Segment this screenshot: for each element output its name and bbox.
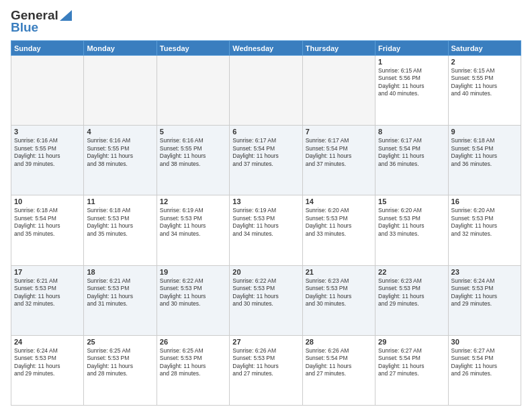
day-number: 9	[451, 128, 518, 136]
day-number: 6	[232, 128, 299, 136]
day-info: Sunrise: 6:20 AM Sunset: 5:53 PM Dayligh…	[306, 207, 372, 238]
day-info: Sunrise: 6:25 AM Sunset: 5:53 PM Dayligh…	[87, 347, 153, 378]
calendar-week-row: 10Sunrise: 6:18 AM Sunset: 5:54 PM Dayli…	[11, 195, 521, 265]
day-number: 13	[232, 197, 299, 205]
calendar-cell: 2Sunrise: 6:15 AM Sunset: 5:55 PM Daylig…	[448, 56, 521, 126]
calendar-cell: 1Sunrise: 6:15 AM Sunset: 5:56 PM Daylig…	[375, 56, 448, 126]
calendar-cell: 29Sunrise: 6:27 AM Sunset: 5:54 PM Dayli…	[375, 335, 448, 405]
day-number: 10	[14, 197, 81, 205]
day-info: Sunrise: 6:17 AM Sunset: 5:54 PM Dayligh…	[378, 137, 445, 168]
day-info: Sunrise: 6:25 AM Sunset: 5:53 PM Dayligh…	[160, 347, 226, 378]
calendar-cell	[11, 56, 84, 126]
logo: General Blue	[11, 8, 72, 35]
calendar-cell: 25Sunrise: 6:25 AM Sunset: 5:53 PM Dayli…	[84, 335, 157, 405]
day-info: Sunrise: 6:17 AM Sunset: 5:54 PM Dayligh…	[306, 137, 372, 168]
day-info: Sunrise: 6:27 AM Sunset: 5:54 PM Dayligh…	[451, 347, 518, 378]
day-number: 11	[87, 197, 153, 205]
calendar-cell: 30Sunrise: 6:27 AM Sunset: 5:54 PM Dayli…	[448, 335, 521, 405]
day-number: 19	[160, 268, 226, 276]
weekday-monday: Monday	[84, 41, 157, 56]
day-number: 1	[378, 58, 445, 66]
calendar-week-row: 24Sunrise: 6:24 AM Sunset: 5:53 PM Dayli…	[11, 335, 521, 405]
calendar-cell: 24Sunrise: 6:24 AM Sunset: 5:53 PM Dayli…	[11, 335, 84, 405]
svg-marker-0	[60, 10, 72, 21]
calendar-cell	[84, 56, 157, 126]
calendar-cell: 8Sunrise: 6:17 AM Sunset: 5:54 PM Daylig…	[375, 126, 448, 195]
calendar-cell: 28Sunrise: 6:26 AM Sunset: 5:54 PM Dayli…	[302, 335, 375, 405]
day-number: 25	[87, 338, 153, 346]
calendar-cell: 14Sunrise: 6:20 AM Sunset: 5:53 PM Dayli…	[302, 195, 375, 265]
day-number: 4	[87, 128, 153, 136]
calendar-cell: 23Sunrise: 6:24 AM Sunset: 5:53 PM Dayli…	[448, 265, 521, 335]
day-number: 7	[306, 128, 372, 136]
calendar-cell: 18Sunrise: 6:21 AM Sunset: 5:53 PM Dayli…	[84, 265, 157, 335]
day-info: Sunrise: 6:18 AM Sunset: 5:54 PM Dayligh…	[451, 137, 518, 168]
calendar-cell: 17Sunrise: 6:21 AM Sunset: 5:53 PM Dayli…	[11, 265, 84, 335]
day-info: Sunrise: 6:16 AM Sunset: 5:55 PM Dayligh…	[160, 137, 226, 168]
calendar-cell: 16Sunrise: 6:20 AM Sunset: 5:53 PM Dayli…	[448, 195, 521, 265]
calendar-cell: 9Sunrise: 6:18 AM Sunset: 5:54 PM Daylig…	[448, 126, 521, 195]
calendar-cell: 7Sunrise: 6:17 AM Sunset: 5:54 PM Daylig…	[302, 126, 375, 195]
day-info: Sunrise: 6:21 AM Sunset: 5:53 PM Dayligh…	[87, 277, 153, 308]
day-number: 22	[378, 268, 445, 276]
calendar-cell: 5Sunrise: 6:16 AM Sunset: 5:55 PM Daylig…	[157, 126, 229, 195]
calendar-cell: 26Sunrise: 6:25 AM Sunset: 5:53 PM Dayli…	[157, 335, 229, 405]
logo-triangle-icon	[60, 7, 72, 21]
day-number: 15	[378, 197, 445, 205]
day-number: 2	[451, 58, 518, 66]
day-number: 5	[160, 128, 226, 136]
day-info: Sunrise: 6:22 AM Sunset: 5:53 PM Dayligh…	[160, 277, 226, 308]
day-info: Sunrise: 6:24 AM Sunset: 5:53 PM Dayligh…	[14, 347, 81, 378]
calendar-table: SundayMondayTuesdayWednesdayThursdayFrid…	[11, 40, 521, 406]
day-number: 24	[14, 338, 81, 346]
day-info: Sunrise: 6:17 AM Sunset: 5:54 PM Dayligh…	[232, 137, 299, 168]
calendar-week-row: 3Sunrise: 6:16 AM Sunset: 5:55 PM Daylig…	[11, 126, 521, 195]
day-info: Sunrise: 6:23 AM Sunset: 5:53 PM Dayligh…	[378, 277, 445, 308]
weekday-wednesday: Wednesday	[230, 41, 302, 56]
calendar-cell: 19Sunrise: 6:22 AM Sunset: 5:53 PM Dayli…	[157, 265, 229, 335]
day-info: Sunrise: 6:19 AM Sunset: 5:53 PM Dayligh…	[232, 207, 299, 238]
day-number: 21	[306, 268, 372, 276]
weekday-sunday: Sunday	[11, 41, 84, 56]
calendar-cell: 20Sunrise: 6:22 AM Sunset: 5:53 PM Dayli…	[230, 265, 302, 335]
day-number: 27	[232, 338, 299, 346]
calendar-cell: 15Sunrise: 6:20 AM Sunset: 5:53 PM Dayli…	[375, 195, 448, 265]
day-number: 28	[306, 338, 372, 346]
day-info: Sunrise: 6:19 AM Sunset: 5:53 PM Dayligh…	[160, 207, 226, 238]
day-number: 18	[87, 268, 153, 276]
weekday-tuesday: Tuesday	[157, 41, 229, 56]
day-number: 17	[14, 268, 81, 276]
calendar-cell	[230, 56, 302, 126]
calendar-week-row: 1Sunrise: 6:15 AM Sunset: 5:56 PM Daylig…	[11, 56, 521, 126]
calendar-cell: 21Sunrise: 6:23 AM Sunset: 5:53 PM Dayli…	[302, 265, 375, 335]
calendar-cell: 12Sunrise: 6:19 AM Sunset: 5:53 PM Dayli…	[157, 195, 229, 265]
day-info: Sunrise: 6:26 AM Sunset: 5:54 PM Dayligh…	[306, 347, 372, 378]
day-info: Sunrise: 6:20 AM Sunset: 5:53 PM Dayligh…	[378, 207, 445, 238]
calendar-cell: 13Sunrise: 6:19 AM Sunset: 5:53 PM Dayli…	[230, 195, 302, 265]
calendar-cell: 4Sunrise: 6:16 AM Sunset: 5:55 PM Daylig…	[84, 126, 157, 195]
day-info: Sunrise: 6:22 AM Sunset: 5:53 PM Dayligh…	[232, 277, 299, 308]
weekday-thursday: Thursday	[302, 41, 375, 56]
day-number: 29	[378, 338, 445, 346]
day-info: Sunrise: 6:24 AM Sunset: 5:53 PM Dayligh…	[451, 277, 518, 308]
day-info: Sunrise: 6:23 AM Sunset: 5:53 PM Dayligh…	[306, 277, 372, 308]
day-info: Sunrise: 6:15 AM Sunset: 5:56 PM Dayligh…	[378, 67, 445, 98]
calendar-cell: 10Sunrise: 6:18 AM Sunset: 5:54 PM Dayli…	[11, 195, 84, 265]
weekday-saturday: Saturday	[448, 41, 521, 56]
calendar-cell: 6Sunrise: 6:17 AM Sunset: 5:54 PM Daylig…	[230, 126, 302, 195]
logo-blue: Blue	[11, 20, 38, 35]
day-number: 12	[160, 197, 226, 205]
day-info: Sunrise: 6:18 AM Sunset: 5:54 PM Dayligh…	[14, 207, 81, 238]
day-number: 23	[451, 268, 518, 276]
calendar-cell: 22Sunrise: 6:23 AM Sunset: 5:53 PM Dayli…	[375, 265, 448, 335]
weekday-friday: Friday	[375, 41, 448, 56]
day-info: Sunrise: 6:18 AM Sunset: 5:53 PM Dayligh…	[87, 207, 153, 238]
day-info: Sunrise: 6:26 AM Sunset: 5:53 PM Dayligh…	[232, 347, 299, 378]
day-number: 8	[378, 128, 445, 136]
calendar-week-row: 17Sunrise: 6:21 AM Sunset: 5:53 PM Dayli…	[11, 265, 521, 335]
day-number: 26	[160, 338, 226, 346]
calendar-cell	[302, 56, 375, 126]
calendar-cell: 3Sunrise: 6:16 AM Sunset: 5:55 PM Daylig…	[11, 126, 84, 195]
day-number: 20	[232, 268, 299, 276]
day-info: Sunrise: 6:16 AM Sunset: 5:55 PM Dayligh…	[87, 137, 153, 168]
